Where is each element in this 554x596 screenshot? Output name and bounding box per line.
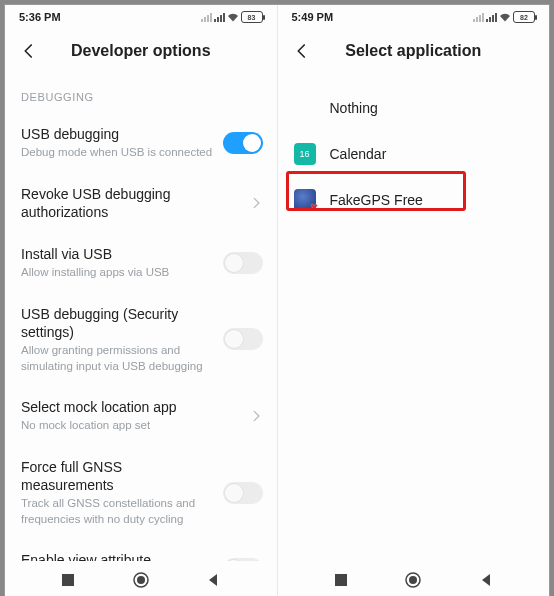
recents-icon[interactable] [334, 573, 348, 587]
row-subtitle: Allow installing apps via USB [21, 265, 215, 281]
header: Select application [278, 29, 550, 73]
status-icons: 83 [201, 11, 263, 23]
row-subtitle: Track all GNSS constellations and freque… [21, 496, 215, 527]
empty-icon [294, 97, 316, 119]
recents-icon[interactable] [61, 573, 75, 587]
row-title: Enable view attribute inspection [21, 551, 215, 561]
battery-icon: 82 [513, 11, 535, 23]
toggle-usb-security[interactable] [223, 328, 263, 350]
status-icons: 82 [473, 11, 535, 23]
toggle-view-attr[interactable] [223, 558, 263, 561]
home-icon[interactable] [404, 571, 422, 589]
chevron-right-icon [249, 409, 263, 423]
signal-icon [214, 12, 225, 22]
page-title: Select application [314, 42, 538, 60]
row-subtitle: Allow granting permissions and simulatin… [21, 343, 215, 374]
nav-bar [278, 561, 550, 596]
fakegps-icon [294, 189, 316, 211]
row-select-mock-location[interactable]: Select mock location app No mock locatio… [5, 386, 277, 446]
row-title: USB debugging (Security settings) [21, 305, 215, 341]
row-force-gnss[interactable]: Force full GNSS measurements Track all G… [5, 446, 277, 539]
row-title: USB debugging [21, 125, 215, 143]
back-button[interactable] [17, 39, 41, 63]
chevron-left-icon [20, 42, 38, 60]
calendar-icon: 16 [294, 143, 316, 165]
wifi-icon [499, 13, 511, 22]
status-bar: 5:49 PM 82 [278, 5, 550, 29]
battery-icon: 83 [241, 11, 263, 23]
svg-point-5 [409, 576, 417, 584]
svg-rect-3 [335, 574, 347, 586]
svg-rect-0 [62, 574, 74, 586]
toggle-usb-debugging[interactable] [223, 132, 263, 154]
settings-list: DEBUGGING USB debugging Debug mode when … [5, 73, 277, 561]
phone-developer-options: 5:36 PM 83 Developer options DEBUGGING U… [5, 5, 278, 596]
row-usb-debugging[interactable]: USB debugging Debug mode when USB is con… [5, 113, 277, 173]
app-name: FakeGPS Free [330, 192, 423, 208]
row-title: Install via USB [21, 245, 215, 263]
row-title: Force full GNSS measurements [21, 458, 215, 494]
wifi-icon [227, 13, 239, 22]
row-subtitle: Debug mode when USB is connected [21, 145, 215, 161]
toggle-force-gnss[interactable] [223, 482, 263, 504]
chevron-right-icon [249, 196, 263, 210]
signal-icon [473, 12, 484, 22]
home-icon[interactable] [132, 571, 150, 589]
back-button[interactable] [290, 39, 314, 63]
back-icon[interactable] [479, 573, 493, 587]
status-bar: 5:36 PM 83 [5, 5, 277, 29]
toggle-install-via-usb[interactable] [223, 252, 263, 274]
application-list: Nothing 16 Calendar FakeGPS Free [278, 73, 550, 561]
header: Developer options [5, 29, 277, 73]
nav-bar [5, 561, 277, 596]
svg-point-2 [137, 576, 145, 584]
row-title: Select mock location app [21, 398, 241, 416]
status-time: 5:49 PM [292, 11, 334, 23]
chevron-left-icon [293, 42, 311, 60]
app-row-fakegps[interactable]: FakeGPS Free [278, 177, 550, 223]
app-row-calendar[interactable]: 16 Calendar [278, 131, 550, 177]
row-view-attr-inspection[interactable]: Enable view attribute inspection [5, 539, 277, 561]
signal-icon [201, 12, 212, 22]
row-revoke-auth[interactable]: Revoke USB debugging authorizations [5, 173, 277, 233]
row-subtitle: No mock location app set [21, 418, 231, 434]
row-install-via-usb[interactable]: Install via USB Allow installing apps vi… [5, 233, 277, 293]
app-row-nothing[interactable]: Nothing [278, 85, 550, 131]
back-icon[interactable] [206, 573, 220, 587]
status-time: 5:36 PM [19, 11, 61, 23]
page-title: Developer options [41, 42, 265, 60]
app-name: Calendar [330, 146, 387, 162]
phone-select-application: 5:49 PM 82 Select application Nothing 16… [278, 5, 550, 596]
row-usb-security[interactable]: USB debugging (Security settings) Allow … [5, 293, 277, 386]
app-name: Nothing [330, 100, 378, 116]
section-label-debugging: DEBUGGING [5, 79, 277, 113]
row-title: Revoke USB debugging authorizations [21, 185, 241, 221]
signal-icon [486, 12, 497, 22]
